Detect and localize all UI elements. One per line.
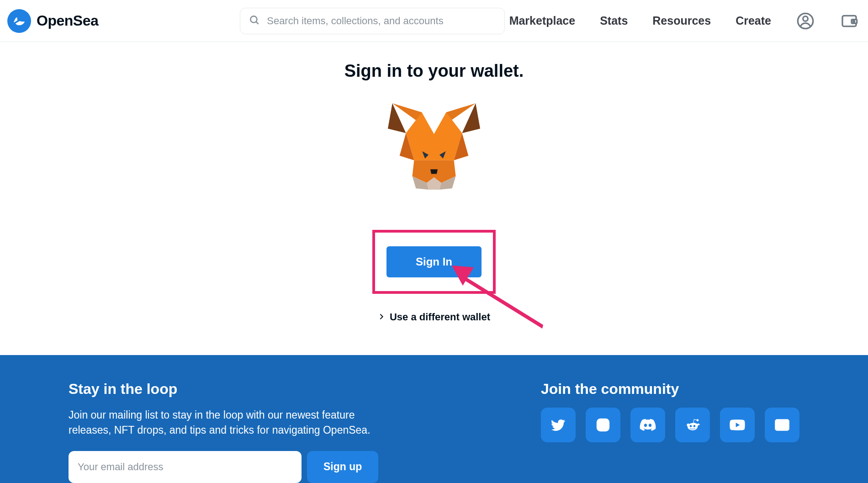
main-nav: Marketplace Stats Resources Create xyxy=(509,11,859,31)
search-input[interactable] xyxy=(267,15,496,27)
metamask-fox-icon xyxy=(386,101,482,194)
use-different-wallet-link[interactable]: Use a different wallet xyxy=(378,311,490,323)
svg-marker-11 xyxy=(406,112,462,160)
twitter-icon[interactable] xyxy=(541,408,576,442)
instagram-icon[interactable] xyxy=(586,408,620,442)
nav-resources[interactable]: Resources xyxy=(652,14,711,27)
use-different-wallet-label: Use a different wallet xyxy=(390,311,490,323)
reddit-icon[interactable] xyxy=(675,408,710,442)
header: OpenSea Marketplace Stats Resources Crea… xyxy=(0,0,868,42)
join-community-title: Join the community xyxy=(541,381,799,398)
stay-in-loop-section: Stay in the loop Join our mailing list t… xyxy=(69,381,397,483)
stay-in-loop-description: Join our mailing list to stay in the loo… xyxy=(69,408,397,438)
youtube-icon[interactable] xyxy=(720,408,755,442)
discord-icon[interactable] xyxy=(630,408,665,442)
svg-point-25 xyxy=(606,421,607,422)
svg-point-24 xyxy=(600,422,605,427)
sign-up-button[interactable]: Sign up xyxy=(307,451,378,483)
svg-line-1 xyxy=(256,21,259,24)
mail-icon[interactable] xyxy=(765,408,799,442)
brand[interactable]: OpenSea xyxy=(5,9,98,33)
search-bar[interactable] xyxy=(240,8,505,34)
svg-marker-18 xyxy=(430,170,438,174)
search-icon xyxy=(249,14,260,28)
footer: Stay in the loop Join our mailing list t… xyxy=(0,355,868,483)
stay-in-loop-title: Stay in the loop xyxy=(69,381,397,398)
chevron-right-icon xyxy=(378,311,385,323)
wallet-icon[interactable] xyxy=(840,11,859,31)
join-community-section: Join the community xyxy=(541,381,799,483)
brand-name: OpenSea xyxy=(37,12,98,29)
svg-point-6 xyxy=(853,21,854,22)
page-title: Sign in to your wallet. xyxy=(344,61,524,81)
search-container xyxy=(240,8,505,34)
sign-in-highlight-annotation: Sign In xyxy=(372,230,496,294)
opensea-logo-icon xyxy=(7,9,31,33)
main-content: Sign in to your wallet. Sign In xyxy=(0,42,868,355)
svg-point-3 xyxy=(803,16,808,21)
nav-marketplace[interactable]: Marketplace xyxy=(509,14,576,27)
nav-create[interactable]: Create xyxy=(736,14,771,27)
social-links xyxy=(541,408,799,442)
svg-point-0 xyxy=(251,16,257,22)
sign-in-button[interactable]: Sign In xyxy=(386,246,482,277)
email-signup-row: Sign up xyxy=(69,451,397,483)
account-icon[interactable] xyxy=(796,11,815,31)
nav-stats[interactable]: Stats xyxy=(600,14,628,27)
email-field[interactable] xyxy=(69,451,302,483)
